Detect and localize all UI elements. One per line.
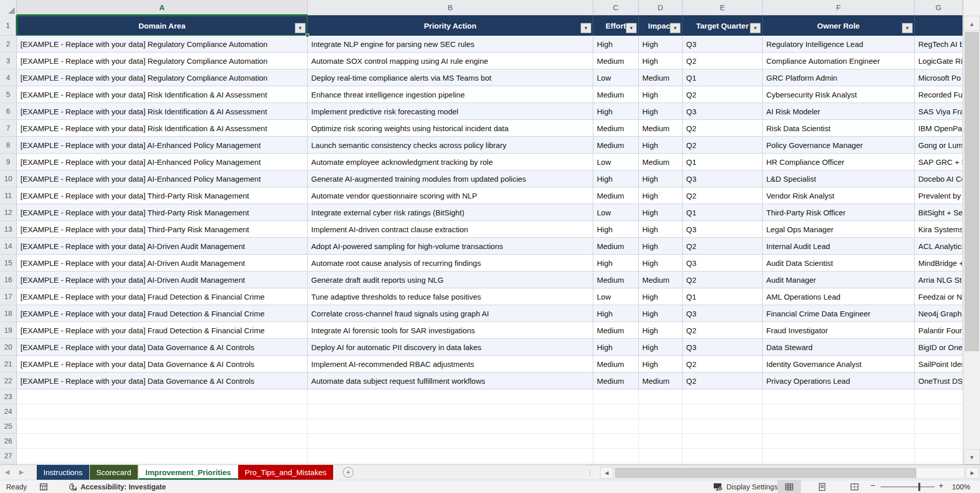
cell-quarter[interactable]: Q2 [683, 238, 763, 255]
empty-cell[interactable] [683, 434, 763, 449]
header-cell-impact[interactable]: Impact▼ [639, 15, 683, 36]
row-header[interactable]: 16 [0, 272, 17, 288]
cell-owner[interactable]: Fraud Investigator [763, 322, 915, 339]
row-header[interactable]: 5 [0, 86, 17, 103]
cell-action[interactable]: Automate SOX control mapping using AI ru… [308, 53, 593, 69]
cell-effort[interactable]: High [593, 255, 639, 272]
empty-cell[interactable] [763, 419, 915, 434]
cell-impact[interactable]: High [639, 86, 683, 103]
cell-domain[interactable]: [EXAMPLE - Replace with your data] AI-Dr… [17, 272, 308, 288]
cell-effort[interactable]: Medium [593, 120, 639, 137]
cell-tool[interactable]: Kira Systems [915, 221, 963, 238]
cell-action[interactable]: Adopt AI-powered sampling for high-volum… [308, 238, 593, 255]
cell-owner[interactable]: Audit Data Scientist [763, 255, 915, 272]
row-header[interactable]: 23 [0, 389, 17, 404]
empty-cell[interactable] [683, 419, 763, 434]
cell-tool[interactable]: Arria NLG Stu [915, 272, 963, 288]
cell-action[interactable]: Automate data subject request fulfillmen… [308, 373, 593, 389]
column-header-g[interactable]: G [915, 0, 963, 15]
cell-owner[interactable]: Privacy Operations Lead [763, 373, 915, 389]
cell-domain[interactable]: [EXAMPLE - Replace with your data] Fraud… [17, 322, 308, 339]
empty-cell[interactable] [763, 434, 915, 449]
cell-tool[interactable]: Neo4j Graph [915, 305, 963, 322]
cell-tool[interactable]: Prevalent by [915, 187, 963, 204]
row-header[interactable]: 15 [0, 255, 17, 272]
cell-effort[interactable]: Medium [593, 238, 639, 255]
row-header[interactable]: 14 [0, 238, 17, 255]
cell-domain[interactable]: [EXAMPLE - Replace with your data] AI-En… [17, 137, 308, 154]
header-cell-target-quarter[interactable]: Target Quarter▼ [683, 15, 763, 36]
cell-quarter[interactable]: Q3 [683, 255, 763, 272]
cell-impact[interactable]: High [639, 53, 683, 69]
horizontal-scroll-track[interactable] [614, 467, 965, 479]
horizontal-scroll-thumb[interactable] [615, 468, 916, 478]
row-header[interactable]: 4 [0, 69, 17, 86]
cell-action[interactable]: Implement AI-driven contract clause extr… [308, 221, 593, 238]
empty-cell[interactable] [915, 404, 963, 419]
row-header[interactable]: 24 [0, 404, 17, 419]
empty-cell[interactable] [639, 449, 683, 463]
tab-scroll-right-icon[interactable]: ▶ [14, 465, 29, 480]
cell-tool[interactable]: BigID or OneT [915, 339, 963, 356]
page-break-view-button[interactable] [843, 480, 866, 493]
cell-quarter[interactable]: Q2 [683, 356, 763, 373]
vertical-scrollbar[interactable]: ▲ ▼ [963, 0, 980, 464]
row-header[interactable]: 20 [0, 339, 17, 356]
header-cell-clipped[interactable] [915, 15, 963, 36]
cell-action[interactable]: Correlate cross-channel fraud signals us… [308, 305, 593, 322]
cell-impact[interactable]: High [639, 103, 683, 120]
header-cell-domain-area[interactable]: Domain Area▼ [17, 15, 308, 36]
cell-tool[interactable]: MindBridge + [915, 255, 963, 272]
cell-domain[interactable]: [EXAMPLE - Replace with your data] Regul… [17, 53, 308, 69]
row-header[interactable]: 25 [0, 419, 17, 434]
cell-domain[interactable]: [EXAMPLE - Replace with your data] AI-En… [17, 170, 308, 187]
column-header-c[interactable]: C [593, 0, 639, 15]
cell-domain[interactable]: [EXAMPLE - Replace with your data] AI-Dr… [17, 255, 308, 272]
empty-cell[interactable] [683, 449, 763, 463]
cell-domain[interactable]: [EXAMPLE - Replace with your data] Data … [17, 373, 308, 389]
empty-cell[interactable] [639, 389, 683, 404]
cell-action[interactable]: Deploy AI for automatic PII discovery in… [308, 339, 593, 356]
sheet-tab-improvement_priorities[interactable]: Improvement_Priorities [138, 465, 238, 480]
row-header[interactable]: 13 [0, 221, 17, 238]
accessibility-status[interactable]: Accessibility: Investigate [68, 480, 166, 493]
row-header[interactable]: 9 [0, 154, 17, 170]
cell-tool[interactable]: Gong or Lumi [915, 137, 963, 154]
empty-cell[interactable] [763, 404, 915, 419]
row-header[interactable]: 22 [0, 373, 17, 389]
cell-domain[interactable]: [EXAMPLE - Replace with your data] Risk … [17, 120, 308, 137]
cell-impact[interactable]: High [639, 170, 683, 187]
cell-effort[interactable]: High [593, 103, 639, 120]
zoom-slider-thumb[interactable] [918, 483, 920, 491]
cell-owner[interactable]: Cybersecurity Risk Analyst [763, 86, 915, 103]
cell-quarter[interactable]: Q2 [683, 137, 763, 154]
cell-owner[interactable]: Policy Governance Manager [763, 137, 915, 154]
macro-record-icon[interactable] [40, 480, 48, 493]
row-header[interactable]: 21 [0, 356, 17, 373]
empty-cell[interactable] [915, 419, 963, 434]
cell-quarter[interactable]: Q2 [683, 86, 763, 103]
filter-dropdown-icon[interactable]: ▼ [902, 23, 913, 33]
cell-owner[interactable]: AI Risk Modeler [763, 103, 915, 120]
view-normal-button[interactable] [777, 480, 801, 493]
zoom-in-icon[interactable]: + [939, 481, 943, 490]
cell-impact[interactable]: High [639, 238, 683, 255]
row-header[interactable]: 11 [0, 187, 17, 204]
cell-action[interactable]: Integrate external cyber risk ratings (B… [308, 204, 593, 221]
header-cell-priority-action[interactable]: Priority Action▼ [308, 15, 593, 36]
filter-dropdown-icon[interactable]: ▼ [670, 23, 681, 33]
cell-action[interactable]: Implement AI-recommended RBAC adjustment… [308, 356, 593, 373]
cell-impact[interactable]: Medium [639, 69, 683, 86]
empty-cell[interactable] [915, 449, 963, 463]
cell-quarter[interactable]: Q2 [683, 373, 763, 389]
new-sheet-button[interactable]: + [343, 467, 354, 478]
scroll-right-icon[interactable]: ▶ [966, 467, 979, 479]
cell-impact[interactable]: Medium [639, 373, 683, 389]
cell-quarter[interactable]: Q2 [683, 322, 763, 339]
tab-scroll-left-icon[interactable]: ◀ [0, 465, 14, 480]
cell-action[interactable]: Automate vendor questionnaire scoring wi… [308, 187, 593, 204]
cell-impact[interactable]: High [639, 356, 683, 373]
cell-impact[interactable]: High [639, 221, 683, 238]
cell-tool[interactable]: OneTrust DSA [915, 373, 963, 389]
cell-domain[interactable]: [EXAMPLE - Replace with your data] Fraud… [17, 288, 308, 305]
